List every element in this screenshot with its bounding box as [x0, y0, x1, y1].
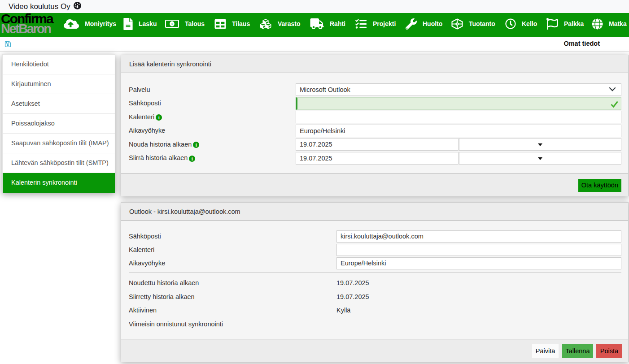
svg-text:1: 1 [171, 22, 173, 26]
